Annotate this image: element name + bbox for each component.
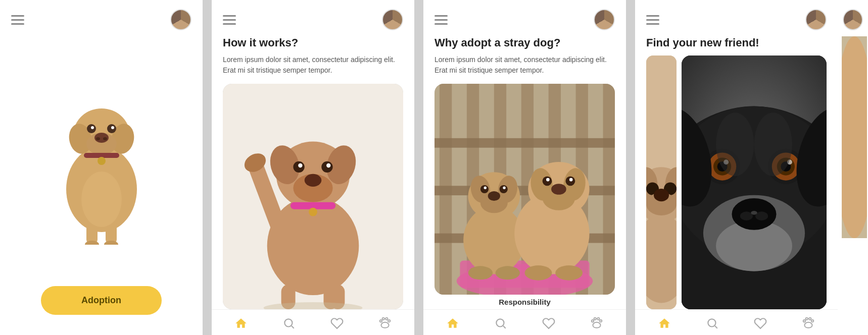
bottom-nav-2: [212, 309, 414, 335]
svg-point-72: [546, 178, 550, 182]
nav-search-4[interactable]: [706, 317, 719, 330]
nav-favorites-4[interactable]: [754, 317, 767, 330]
separator-3: [626, 0, 635, 335]
labrador-illustration: [41, 78, 162, 245]
bottom-nav-3: [423, 309, 626, 335]
nav-pets-2[interactable]: [378, 317, 392, 330]
screen3-body: Lorem ipsum dolor sit amet, consectetur …: [435, 54, 615, 76]
screen3-dog-photo: [435, 84, 615, 295]
screen3-content: Why adopt a stray dog? Lorem ipsum dolor…: [423, 36, 626, 295]
svg-point-32: [309, 208, 317, 216]
screen2-dog-photo: [223, 84, 403, 309]
svg-point-111: [716, 113, 754, 176]
svg-point-73: [569, 178, 573, 182]
screen-4: Find your new friend!: [635, 0, 838, 335]
svg-point-112: [754, 113, 792, 176]
svg-point-6: [96, 137, 100, 140]
svg-point-74: [468, 266, 493, 280]
screen2-title: How it works?: [223, 36, 403, 49]
svg-point-59: [488, 191, 500, 201]
svg-point-113: [708, 319, 715, 326]
screen1-content: Adoption: [0, 36, 203, 335]
menu-icon-3[interactable]: [435, 15, 448, 25]
nav-favorites-3[interactable]: [542, 317, 555, 330]
separator-1: [203, 0, 212, 335]
svg-point-97: [755, 211, 768, 220]
svg-point-76: [525, 265, 552, 281]
svg-point-69: [551, 184, 566, 195]
partial-dog-svg: [842, 36, 867, 238]
svg-point-30: [326, 163, 330, 167]
screen-3: Why adopt a stray dog? Lorem ipsum dolor…: [423, 0, 626, 335]
avatar-2[interactable]: [382, 9, 403, 30]
svg-point-62: [484, 187, 487, 189]
svg-line-40: [292, 326, 294, 328]
nav-home-4[interactable]: [658, 317, 671, 330]
menu-icon-4[interactable]: [646, 15, 659, 25]
svg-point-60: [480, 185, 489, 193]
screen4-small-dog[interactable]: [646, 55, 677, 309]
svg-point-75: [496, 266, 520, 280]
svg-point-88: [654, 189, 669, 201]
svg-point-61: [500, 185, 508, 193]
screen4-images: [646, 55, 827, 309]
svg-point-26: [305, 174, 322, 187]
nav-home-3[interactable]: [446, 317, 459, 330]
top-bar-4: [635, 0, 838, 36]
screen3-title: Why adopt a stray dog?: [435, 36, 615, 49]
svg-point-78: [496, 319, 504, 326]
screen-5-partial: [838, 0, 868, 335]
trick-dog-svg: [223, 84, 403, 309]
svg-point-13: [98, 157, 106, 165]
small-dog-svg: [646, 55, 677, 309]
screen4-content: Find your new friend!: [635, 36, 838, 309]
stray-dogs-svg: [435, 84, 615, 295]
top-bar-3: [423, 0, 626, 36]
screen3-bottom-text: Responsibility: [423, 295, 626, 309]
avatar-4[interactable]: [805, 9, 827, 30]
nav-search-3[interactable]: [494, 317, 507, 330]
separator-2: [414, 0, 423, 335]
svg-rect-49: [435, 138, 615, 148]
svg-point-7: [103, 137, 107, 140]
svg-line-79: [503, 326, 506, 328]
screen2-body: Lorem ipsum dolor sit amet, consectetur …: [223, 54, 403, 76]
svg-point-39: [284, 319, 292, 326]
svg-point-11: [111, 126, 114, 129]
menu-icon-1[interactable]: [11, 15, 24, 25]
svg-point-18: [81, 172, 122, 227]
black-dog-svg: [682, 55, 827, 309]
screen2-content: How it works? Lorem ipsum dolor sit amet…: [212, 36, 414, 309]
nav-home-2[interactable]: [234, 317, 248, 330]
avatar-3[interactable]: [594, 9, 615, 30]
nav-pets-4[interactable]: [802, 317, 815, 330]
svg-point-81: [646, 214, 677, 303]
svg-line-114: [715, 326, 717, 328]
svg-point-98: [751, 211, 757, 215]
avatar-5-partial: [843, 9, 863, 30]
svg-point-116: [842, 36, 867, 238]
top-bar-1: [0, 0, 203, 36]
nav-pets-3[interactable]: [590, 317, 603, 330]
bottom-nav-4: [635, 309, 838, 335]
nav-favorites-2[interactable]: [330, 317, 344, 330]
screen4-title: Find your new friend!: [646, 36, 827, 49]
screen-2: How it works? Lorem ipsum dolor sit amet…: [212, 0, 414, 335]
svg-point-63: [503, 187, 505, 189]
svg-point-10: [91, 126, 94, 129]
dog-image-1: [0, 36, 203, 286]
svg-point-96: [740, 211, 753, 220]
nav-search-2[interactable]: [282, 317, 296, 330]
adoption-button[interactable]: Adoption: [41, 286, 162, 315]
top-bar-2: [212, 0, 414, 36]
avatar-1[interactable]: [170, 9, 191, 30]
screen4-main-dog[interactable]: [682, 55, 827, 309]
svg-point-77: [555, 265, 583, 281]
svg-point-29: [298, 163, 302, 167]
screen-1: Adoption: [0, 0, 203, 335]
menu-icon-2[interactable]: [223, 15, 236, 25]
